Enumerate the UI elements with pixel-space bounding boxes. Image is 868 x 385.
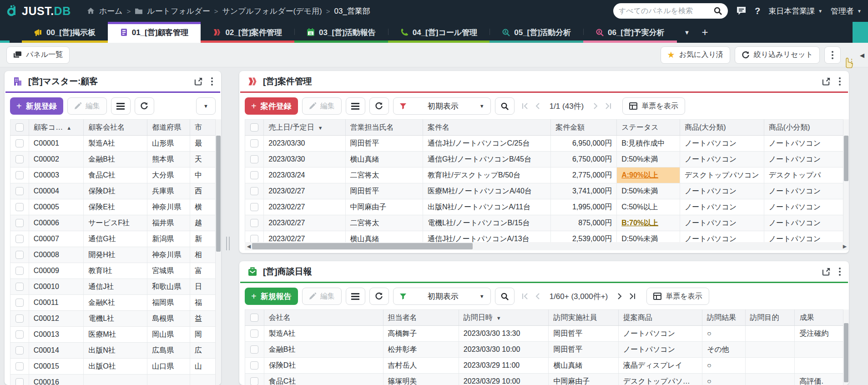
table-row[interactable]: C00012電機L社島根県益 [10,311,221,327]
panel-menu-icon[interactable] [211,81,213,82]
table-row[interactable]: 2023/03/30岡田哲平通信J社/ノートパソコンC/25台6,950,000… [245,136,849,152]
scrollbar-thumb[interactable] [252,243,473,249]
panel-menu-icon[interactable] [839,81,841,82]
panel-list-button[interactable]: パネル一覧 [6,46,70,64]
search-records-button[interactable] [495,97,515,115]
row-checkbox[interactable] [15,155,24,163]
single-record-view-button[interactable]: 単票を表示 [622,97,685,115]
table-row[interactable]: C00004保険D社兵庫県西 [10,183,221,199]
table-row[interactable]: C00015出版O社山口県山 [10,359,221,375]
add-tab-button[interactable]: + [701,26,708,39]
column-header-amount[interactable]: 案件金額 [551,120,617,136]
column-header-company[interactable]: 顧客会社名 [84,120,147,136]
scrollbar-thumb[interactable] [844,323,848,382]
table-row[interactable]: C00009教育I社宮城県富 [10,263,221,279]
column-header-code[interactable]: 顧客コ…▲ [29,120,83,136]
row-checkbox[interactable] [15,346,24,355]
deals-horizontal-scrollbar[interactable]: ◀ ▶ [245,242,849,250]
collapse-panel-arrow-icon[interactable]: ◀ [860,52,864,59]
edit-button[interactable]: 編集 [302,288,342,305]
select-all-checkbox[interactable] [250,123,258,132]
table-row[interactable]: 金融B社松井彰孝2023/03/30 10:00岡田哲平ノートパソコンその他 [245,342,849,358]
column-header-pref[interactable]: 都道府県 [147,120,190,136]
next-page-icon[interactable] [616,293,623,300]
row-checkbox[interactable] [250,187,258,195]
row-checkbox[interactable] [15,219,24,227]
new-deal-button[interactable]: +案件登録 [245,97,298,115]
row-checkbox[interactable] [250,139,258,147]
table-row[interactable]: 2023/02/27横山真緒通信J社/ノートパソコンA/13台2,539,000… [245,231,849,243]
view-dropdown-button[interactable]: ▼ [196,97,216,115]
row-checkbox[interactable] [250,345,258,354]
column-header-name[interactable]: 案件名 [423,120,550,136]
breadcrumb-root-folder[interactable]: ルートフォルダー [147,6,210,16]
table-row[interactable]: C00008開発H社神奈川県相 [10,247,221,263]
reports-vertical-scrollbar[interactable] [843,309,849,385]
table-row[interactable]: C00007通信G社新潟県新 [10,231,221,247]
tab-03-activity-report[interactable]: 31 03_[営]活動報告 [294,22,388,43]
list-menu-button[interactable] [111,97,131,115]
last-page-icon[interactable] [629,293,636,300]
table-row[interactable]: C00016 [10,375,221,385]
tab-04-call-management[interactable]: 04_[営]コール管理 [388,22,490,43]
column-header-cat1[interactable]: 商品(大分類) [680,120,764,136]
expand-panel-icon[interactable] [822,77,831,86]
row-checkbox[interactable] [250,235,258,242]
select-all-checkbox[interactable] [15,123,24,132]
breadcrumb-home[interactable]: ホーム [99,6,123,16]
filter-reset-button[interactable]: 絞り込みリセット [735,46,820,64]
table-row[interactable]: C00001製造A社山形県最 [10,136,221,152]
column-header-cat2[interactable]: 商品(小分類) [764,120,848,136]
help-icon[interactable]: ? [755,6,760,16]
new-customer-button[interactable]: +新規登録 [10,97,63,115]
row-checkbox[interactable] [15,378,24,385]
table-row[interactable]: 食品C社篠塚明美2023/03/29 10:00中岡麻由子デスクトップパソ…○高… [245,374,849,385]
table-row[interactable]: C00014出版N社広島県広 [10,343,221,359]
row-checkbox[interactable] [15,299,24,307]
column-header-date[interactable]: 売上日/予定日▼ [264,120,345,136]
table-row[interactable]: C00011金融K社福岡県福 [10,295,221,311]
prev-page-icon[interactable] [535,102,542,110]
scrollbar-thumb[interactable] [216,136,221,252]
table-row[interactable]: 保険D社吉村岳人2023/03/29 11:00横山真緒液晶ディスプレイ○ [245,358,849,374]
user-menu[interactable]: 管理者 ▼ [831,6,862,16]
row-checkbox[interactable] [250,171,258,179]
tab-02-deal-management[interactable]: 02_[営]案件管理 [201,22,294,43]
row-checkbox[interactable] [15,203,24,211]
edit-button[interactable]: 編集 [302,97,342,115]
row-checkbox[interactable] [15,314,24,323]
search-records-button[interactable] [495,288,515,305]
column-header-status[interactable]: ステータス [617,120,680,136]
filter-view-select[interactable]: 初期表示 ▼ [393,97,491,115]
next-page-icon[interactable] [591,102,599,110]
new-report-button[interactable]: +新規報告 [245,288,298,305]
row-checkbox[interactable] [250,377,258,385]
row-checkbox[interactable] [250,329,258,338]
column-header-datetime[interactable]: 訪問日時▼ [459,310,549,326]
tab-00-bulletin-board[interactable]: 00_[営]掲示板 [22,22,108,43]
team-menu[interactable]: 東日本営業課 ▼ [768,6,823,16]
table-row[interactable]: 2023/03/24二宮将太教育I社/デスクトップB/50台2,775,000円… [245,167,849,183]
list-menu-button[interactable] [346,288,365,305]
column-header-outcome[interactable]: 成果 [795,310,849,326]
expand-panel-icon[interactable] [822,267,831,276]
table-row[interactable]: 2023/02/27二宮将太電機L社/ノートパソコンB/15台875,000円B… [245,215,849,231]
table-row[interactable]: C00002金融B社熊本県天 [10,152,221,167]
reload-button[interactable] [369,97,389,115]
row-checkbox[interactable] [15,171,24,179]
panel-menu-icon[interactable] [839,271,841,273]
column-header-result[interactable]: 訪問結果 [702,310,746,326]
table-row[interactable]: C00003食品C社大分県中 [10,167,221,183]
first-page-icon[interactable] [521,293,529,300]
breadcrumb-sample-folder[interactable]: サンプルフォルダー(デモ用) [222,6,322,16]
edit-button[interactable]: 編集 [67,97,107,115]
panel-search[interactable] [613,3,728,19]
tab-06-forecast-analysis[interactable]: 06_[営]予実分析 [583,22,677,43]
row-checkbox[interactable] [250,219,258,227]
reload-button[interactable] [369,288,389,305]
favorite-button[interactable]: ★ お気に入り済 [661,46,730,64]
row-checkbox[interactable] [15,283,24,291]
column-header-company[interactable]: 会社名 [264,310,383,326]
table-row[interactable]: C00013医療M社岡山県岡 [10,327,221,343]
deals-vertical-scrollbar[interactable] [843,119,849,242]
